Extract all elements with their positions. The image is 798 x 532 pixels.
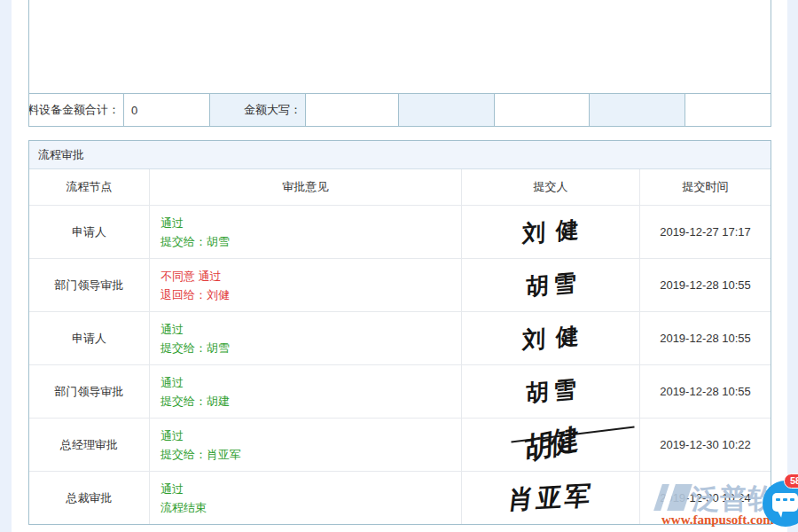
- signature-cell: 胡雪: [462, 365, 640, 418]
- signature: 胡雪: [520, 373, 580, 410]
- signature-cell: 肖亚军: [462, 472, 640, 524]
- totals-empty-cell: [590, 94, 685, 126]
- approval-flow-panel: 流程审批 流程节点 审批意见 提交人 提交时间 申请人 通过 提交给：胡雪 刘健…: [28, 140, 771, 525]
- opinion-cell: 通过 提交给：肖亚军: [150, 419, 462, 471]
- opinion-detail: 提交给：胡建: [160, 393, 230, 410]
- totals-row: 材料设备金额合计： 0 金额大写：: [28, 93, 771, 127]
- table-row: 申请人 通过 提交给：胡雪 刘健 2019-12-28 10:55: [29, 311, 771, 364]
- page-left-margin: [0, 0, 12, 532]
- empty-detail-area: [28, 0, 771, 93]
- opinion-status: 通过: [160, 374, 184, 391]
- signature: 刘健: [512, 213, 590, 251]
- opinion-cell: 通过 提交给：胡建: [150, 365, 462, 418]
- approval-panel-title: 流程审批: [29, 141, 771, 169]
- node-cell: 总经理审批: [29, 419, 150, 471]
- table-row: 部门领导审批 通过 提交给：胡建 胡雪 2019-12-28 10:55: [29, 364, 771, 418]
- opinion-cell: 通过 提交给：胡雪: [150, 206, 462, 258]
- opinion-status: 不同意 通过: [160, 268, 222, 285]
- time-cell: 2019-12-28 10:55: [640, 365, 771, 418]
- node-cell: 申请人: [29, 206, 150, 258]
- table-header-row: 流程节点 审批意见 提交人 提交时间: [29, 169, 771, 205]
- node-cell: 部门领导审批: [29, 365, 150, 418]
- totals-empty-cell: [495, 94, 590, 126]
- opinion-status: 通过: [160, 215, 184, 231]
- page-right-margin: [787, 0, 798, 532]
- time-cell: 2019-12-27 17:17: [640, 206, 771, 258]
- chat-bubble-dots: [776, 498, 794, 501]
- time-cell: 2019-12-28 10:55: [640, 312, 771, 364]
- chat-bubble-tail: [775, 509, 783, 517]
- opinion-cell: 不同意 通过 退回给：刘健: [150, 259, 462, 311]
- col-header-submitter: 提交人: [462, 169, 640, 205]
- total-amount-value: 0: [124, 94, 210, 126]
- watermark-url-text: www.fanpusoft.com: [661, 512, 774, 528]
- signature-cell: 胡健: [462, 419, 640, 471]
- opinion-status: 通过: [160, 321, 184, 338]
- signature-cell: 刘健: [462, 312, 640, 364]
- totals-empty-cell: [685, 94, 771, 126]
- opinion-status: 通过: [160, 427, 184, 444]
- table-row: 部门领导审批 不同意 通过 退回给：刘健 胡雪 2019-12-28 10:55: [29, 258, 771, 311]
- col-header-opinion: 审批意见: [150, 169, 462, 205]
- signature: 刘健: [512, 319, 590, 357]
- signature: 肖亚军: [506, 478, 596, 518]
- opinion-detail: 流程结束: [160, 499, 207, 516]
- col-header-node: 流程节点: [29, 169, 150, 205]
- notification-badge[interactable]: 58: [784, 473, 798, 489]
- amount-in-words-label: 金额大写：: [210, 94, 306, 126]
- opinion-detail: 退回给：刘健: [160, 286, 230, 303]
- signature: 胡健: [524, 419, 577, 471]
- node-cell: 申请人: [29, 312, 150, 364]
- signature-cell: 刘健: [462, 206, 640, 258]
- opinion-cell: 通过 流程结束: [150, 472, 462, 524]
- time-cell: 2019-12-28 10:55: [640, 259, 771, 311]
- opinion-status: 通过: [160, 481, 184, 497]
- opinion-detail: 提交给：胡雪: [160, 233, 230, 250]
- signature: 胡雪: [520, 267, 580, 303]
- totals-empty-cell: [399, 94, 495, 126]
- node-cell: 总裁审批: [29, 472, 150, 524]
- col-header-time: 提交时间: [640, 169, 771, 205]
- opinion-detail: 提交给：肖亚军: [160, 446, 241, 463]
- time-cell: 2019-12-30 10:22: [640, 419, 771, 471]
- amount-in-words-value: [306, 94, 399, 126]
- table-row: 总经理审批 通过 提交给：肖亚军 胡健 2019-12-30 10:22: [29, 418, 771, 471]
- approval-table: 流程节点 审批意见 提交人 提交时间 申请人 通过 提交给：胡雪 刘健 2019…: [29, 169, 771, 524]
- opinion-detail: 提交给：胡雪: [160, 340, 230, 356]
- signature-cell: 胡雪: [462, 259, 640, 311]
- opinion-cell: 通过 提交给：胡雪: [150, 312, 462, 364]
- node-cell: 部门领导审批: [29, 259, 150, 311]
- total-amount-label: 材料设备金额合计：: [29, 94, 124, 126]
- table-row: 申请人 通过 提交给：胡雪 刘健 2019-12-27 17:17: [29, 205, 771, 258]
